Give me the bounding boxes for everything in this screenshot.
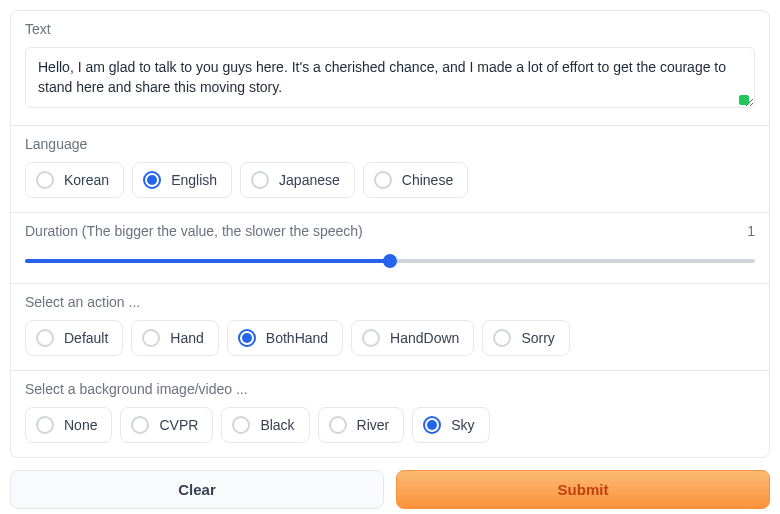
text-input[interactable] — [25, 47, 755, 108]
background-option-label: None — [64, 417, 97, 433]
duration-section: Duration (The bigger the value, the slow… — [11, 213, 769, 284]
radio-icon — [362, 329, 380, 347]
form-panel: Text Language KoreanEnglishJapaneseChine… — [10, 10, 770, 458]
language-option-japanese[interactable]: Japanese — [240, 162, 355, 198]
text-section: Text — [11, 11, 769, 126]
language-option-label: English — [171, 172, 217, 188]
background-option-cvpr[interactable]: CVPR — [120, 407, 213, 443]
duration-value: 1 — [747, 223, 755, 239]
background-option-none[interactable]: None — [25, 407, 112, 443]
action-option-label: Hand — [170, 330, 203, 346]
background-option-river[interactable]: River — [318, 407, 405, 443]
radio-icon — [36, 416, 54, 434]
radio-icon — [131, 416, 149, 434]
action-section: Select an action ... DefaultHandBothHand… — [11, 284, 769, 371]
language-option-label: Japanese — [279, 172, 340, 188]
background-option-sky[interactable]: Sky — [412, 407, 489, 443]
radio-icon — [493, 329, 511, 347]
action-option-hand[interactable]: Hand — [131, 320, 218, 356]
language-options: KoreanEnglishJapaneseChinese — [25, 162, 755, 198]
action-option-sorry[interactable]: Sorry — [482, 320, 569, 356]
duration-slider[interactable] — [25, 253, 755, 269]
button-row: Clear Submit — [10, 470, 770, 509]
clear-button[interactable]: Clear — [10, 470, 384, 509]
radio-icon — [374, 171, 392, 189]
language-option-label: Korean — [64, 172, 109, 188]
language-option-english[interactable]: English — [132, 162, 232, 198]
radio-icon — [36, 171, 54, 189]
action-option-default[interactable]: Default — [25, 320, 123, 356]
radio-icon — [423, 416, 441, 434]
radio-icon — [142, 329, 160, 347]
radio-icon — [251, 171, 269, 189]
language-option-chinese[interactable]: Chinese — [363, 162, 468, 198]
background-option-black[interactable]: Black — [221, 407, 309, 443]
background-option-label: CVPR — [159, 417, 198, 433]
action-option-label: BothHand — [266, 330, 328, 346]
slider-fill — [25, 259, 390, 263]
action-label: Select an action ... — [25, 294, 755, 310]
background-options: NoneCVPRBlackRiverSky — [25, 407, 755, 443]
action-option-handdown[interactable]: HandDown — [351, 320, 474, 356]
radio-icon — [238, 329, 256, 347]
language-label: Language — [25, 136, 755, 152]
background-option-label: Black — [260, 417, 294, 433]
duration-label: Duration (The bigger the value, the slow… — [25, 223, 363, 239]
action-option-label: Sorry — [521, 330, 554, 346]
background-label: Select a background image/video ... — [25, 381, 755, 397]
action-option-label: Default — [64, 330, 108, 346]
radio-icon — [143, 171, 161, 189]
slider-thumb[interactable] — [383, 254, 397, 268]
radio-icon — [232, 416, 250, 434]
background-option-label: Sky — [451, 417, 474, 433]
action-option-bothhand[interactable]: BothHand — [227, 320, 343, 356]
textarea-wrap — [25, 47, 755, 111]
radio-icon — [329, 416, 347, 434]
submit-button[interactable]: Submit — [396, 470, 770, 509]
language-option-korean[interactable]: Korean — [25, 162, 124, 198]
background-section: Select a background image/video ... None… — [11, 371, 769, 457]
background-option-label: River — [357, 417, 390, 433]
text-label: Text — [25, 21, 755, 37]
language-option-label: Chinese — [402, 172, 453, 188]
radio-icon — [36, 329, 54, 347]
language-section: Language KoreanEnglishJapaneseChinese — [11, 126, 769, 213]
action-options: DefaultHandBothHandHandDownSorry — [25, 320, 755, 356]
action-option-label: HandDown — [390, 330, 459, 346]
